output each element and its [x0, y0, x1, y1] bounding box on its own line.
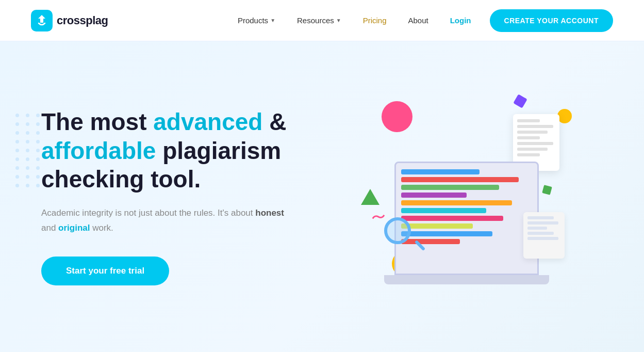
- hero-section: The most advanced & affordable plagiaris…: [0, 41, 644, 352]
- nav-products[interactable]: Products ▼: [229, 12, 284, 29]
- doc-line-2: [401, 177, 519, 182]
- nav-links: Products ▼ Resources ▼ Pricing About Log…: [229, 9, 613, 32]
- doc-line-4: [401, 193, 467, 198]
- magnifier-lens: [384, 217, 411, 244]
- laptop-illustration: [374, 109, 559, 284]
- magnifier-icon: [384, 217, 420, 253]
- dots-decoration: [15, 114, 41, 187]
- purple-diamond-decoration: [513, 94, 527, 108]
- logo[interactable]: crossplag: [31, 10, 108, 31]
- yellow-circle-small-decoration: [557, 109, 572, 123]
- hero-title: The most advanced & affordable plagiaris…: [41, 108, 330, 194]
- doc-line-6: [401, 208, 486, 213]
- nav-resources[interactable]: Resources ▼: [289, 12, 350, 29]
- logo-icon: [31, 10, 53, 31]
- doc-line-1: [401, 169, 480, 174]
- brand-name: crossplag: [57, 14, 108, 27]
- doc-line-5: [401, 200, 513, 205]
- chevron-down-icon: ▼: [270, 18, 275, 23]
- nav-login[interactable]: Login: [442, 12, 480, 29]
- nav-about[interactable]: About: [400, 12, 437, 29]
- start-trial-button[interactable]: Start your free trial: [41, 257, 169, 285]
- laptop-base: [384, 275, 549, 284]
- hero-content: The most advanced & affordable plagiaris…: [41, 108, 330, 285]
- doc-line-3: [401, 185, 500, 190]
- nav-pricing[interactable]: Pricing: [355, 12, 395, 29]
- navbar: crossplag Products ▼ Resources ▼ Pricing…: [0, 0, 644, 41]
- chevron-down-icon: ▼: [336, 18, 341, 23]
- mini-doc-2: [523, 212, 565, 259]
- hero-subtitle: Academic integrity is not just about the…: [41, 206, 289, 236]
- create-account-button[interactable]: CREATE YOUR ACCOUNT: [490, 9, 613, 32]
- hero-illustration: 〜: [330, 81, 603, 313]
